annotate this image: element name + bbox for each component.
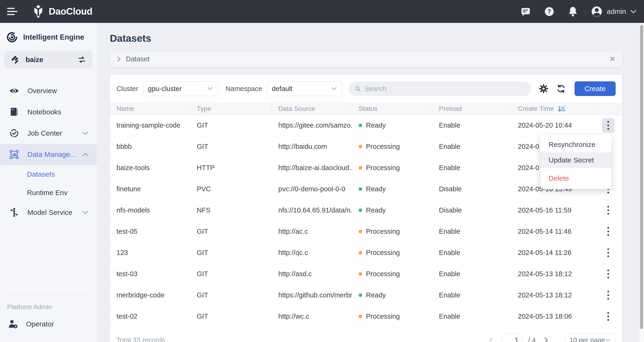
cell-preload: Enable (432, 157, 511, 178)
sidebar-nav: Overview Notebooks (0, 80, 97, 223)
refresh-icon[interactable] (556, 83, 566, 94)
cell-preload: Enable (432, 136, 511, 157)
avatar (590, 5, 603, 18)
page-number-input[interactable] (501, 333, 522, 342)
user-menu[interactable]: admin (590, 5, 637, 18)
eye-icon (9, 87, 19, 94)
column-header-name[interactable]: Name (110, 103, 190, 115)
cell-type: PVC (190, 178, 272, 199)
sidebar-item-overview[interactable]: Overview (0, 80, 97, 101)
cell-preload: Enable (432, 306, 511, 327)
row-actions-button[interactable] (602, 246, 614, 260)
column-header-status[interactable]: Status (352, 103, 432, 115)
cluster-select[interactable]: gpu-cluster (143, 81, 218, 96)
workspace-switcher[interactable]: baize (4, 51, 92, 69)
cell-create-time: 2024-05-16 11:59 (511, 200, 594, 221)
close-icon[interactable]: ✕ (609, 55, 616, 63)
chat-icon[interactable] (520, 6, 532, 17)
menu-item-delete[interactable]: Delete (540, 170, 612, 186)
cell-status: Ready (352, 200, 432, 221)
row-actions-button[interactable] (602, 224, 614, 239)
table-footer: Total 33 records / 4 10 per page (110, 327, 622, 342)
sidebar-item-model-service[interactable]: Model Service (0, 202, 97, 223)
username: admin (607, 7, 626, 15)
cell-type: NFS (190, 200, 272, 221)
cell-actions (594, 221, 622, 242)
search-icon (354, 85, 361, 92)
column-header-create-time[interactable]: Create Time (511, 103, 594, 115)
chevron-down-icon (331, 87, 337, 91)
row-actions-button[interactable] (602, 309, 614, 324)
sidebar-item-operator[interactable]: Operator (0, 314, 97, 334)
status-label: Ready (366, 206, 386, 214)
sidebar-item-datasets[interactable]: Datasets (0, 165, 97, 183)
product-name: Intelligent Engine (23, 33, 84, 41)
cell-preload: Enable (432, 242, 511, 263)
sidebar-item-data-manage[interactable]: Data Manage... (0, 144, 97, 165)
cell-create-time: 2024-05-13 18:12 (511, 285, 594, 306)
cell-name: bbbb (110, 136, 190, 157)
namespace-select[interactable]: default (267, 81, 342, 96)
sidebar-item-job-center[interactable]: Job Center (0, 123, 97, 144)
row-actions-button[interactable] (602, 288, 614, 303)
chevron-up-icon (82, 152, 89, 157)
page-size-select[interactable]: 10 per page (564, 333, 616, 342)
daocloud-logo-icon (32, 5, 44, 18)
sidebar-item-notebooks[interactable]: Notebooks (0, 101, 97, 123)
cell-status: Processing (352, 136, 432, 157)
brand-name: DaoCloud (49, 6, 92, 17)
status-dot (358, 187, 362, 191)
scrollbar-thumb[interactable] (640, 25, 643, 329)
search-input[interactable] (365, 85, 526, 93)
sidebar: Intelligent Engine baize (0, 23, 97, 342)
cell-data-source: pvc://0-demo-pool-0-0 (272, 178, 352, 199)
cell-name: merbridge-code (110, 285, 190, 306)
datasets-card: Cluster gpu-cluster Namespace default (110, 75, 622, 342)
menu-item-update-secret[interactable]: Update Secret (540, 152, 612, 168)
data-manage-icon (9, 150, 19, 160)
gear-icon[interactable] (538, 83, 549, 94)
chevron-right-icon[interactable] (116, 56, 121, 62)
section-label: Platform Admin (0, 296, 97, 314)
row-actions-button[interactable] (602, 267, 614, 281)
vertical-scrollbar[interactable] (639, 23, 644, 342)
cell-create-time: 2024-05-20 10:44 (511, 115, 594, 136)
status-label: Processing (366, 164, 400, 172)
sort-descending-icon[interactable] (558, 105, 566, 113)
status-dot (358, 124, 362, 127)
switch-workspace-icon[interactable] (77, 56, 86, 63)
menu-toggle-icon[interactable] (7, 7, 18, 16)
row-actions-button[interactable] (602, 203, 614, 218)
cell-data-source: https://gitee.com/samzo... (272, 115, 352, 136)
chevron-down-icon (82, 131, 89, 135)
cell-status: Ready (352, 285, 432, 306)
cell-name: nfs-models (110, 200, 190, 221)
status-label: Processing (366, 313, 400, 320)
cell-data-source: https://github.com/merbr... (272, 285, 352, 306)
cell-name: test-05 (110, 221, 190, 242)
cell-actions (594, 306, 622, 327)
status-dot (358, 315, 362, 318)
cell-status: Ready (352, 178, 432, 199)
table-row: test-05 GIT http://ac.c Processing Enabl… (110, 221, 622, 242)
brand: DaoCloud (32, 5, 92, 18)
cell-status: Processing (352, 157, 432, 178)
cell-preload: Disable (432, 200, 511, 221)
sidebar-item-runtime-env[interactable]: Runtime Env (0, 183, 97, 202)
prev-page-icon[interactable] (487, 336, 495, 342)
cluster-label: Cluster (116, 85, 138, 93)
column-header-data-source[interactable]: Data Source (272, 103, 352, 115)
cell-data-source: http://ac.c (272, 221, 352, 242)
next-page-icon[interactable] (542, 336, 550, 342)
notifications-bell-icon[interactable] (567, 6, 579, 17)
help-icon[interactable]: ? (543, 6, 555, 17)
row-actions-button[interactable] (602, 118, 614, 133)
cell-name: 123 (110, 242, 190, 263)
column-header-preload[interactable]: Preload (432, 103, 511, 115)
chevron-down-icon (82, 210, 89, 215)
cell-status: Ready (352, 115, 432, 136)
chevron-down-icon (207, 87, 213, 91)
menu-item-resynchronize[interactable]: Resynchronize (540, 137, 612, 152)
column-header-type[interactable]: Type (190, 103, 272, 115)
create-button[interactable]: Create (574, 81, 616, 96)
